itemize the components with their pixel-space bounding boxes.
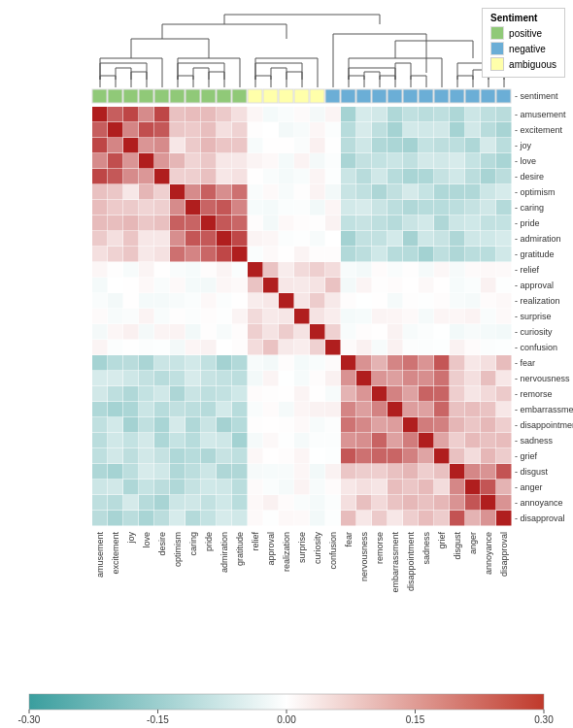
legend-label-negative: negative bbox=[509, 44, 546, 54]
legend-item-positive: positive bbox=[490, 26, 556, 40]
legend-color-positive bbox=[490, 26, 504, 40]
legend-title: Sentiment bbox=[490, 13, 556, 23]
legend-item-negative: negative bbox=[490, 42, 556, 55]
heatmap-canvas bbox=[0, 0, 573, 728]
legend-item-ambiguous: ambiguous bbox=[490, 57, 556, 71]
legend-color-ambiguous bbox=[490, 57, 504, 71]
sentiment-legend: Sentiment positive negative ambiguous bbox=[482, 8, 565, 78]
legend-label-ambiguous: ambiguous bbox=[509, 59, 556, 70]
legend-color-negative bbox=[490, 42, 504, 55]
heatmap-container: Sentiment positive negative ambiguous bbox=[0, 0, 573, 728]
legend-label-positive: positive bbox=[509, 28, 542, 39]
